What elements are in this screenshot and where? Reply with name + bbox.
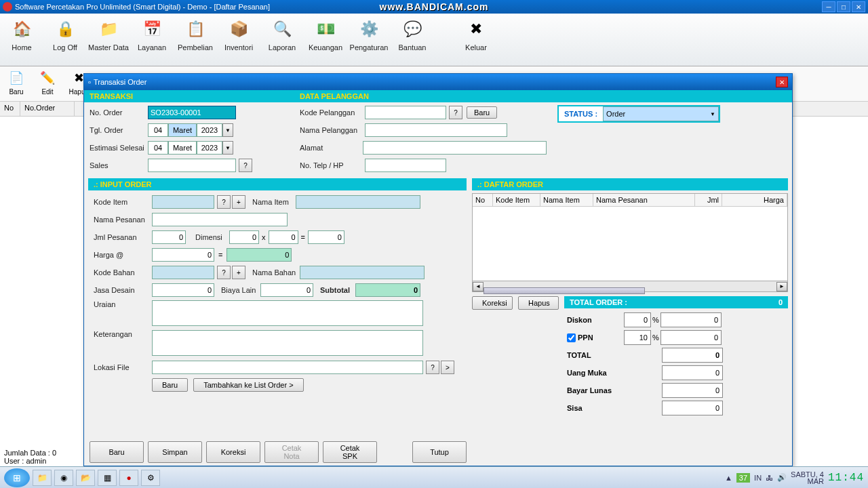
keluar-icon: ✖ [464, 18, 488, 41]
jml-field[interactable] [152, 230, 186, 244]
dimres-field[interactable] [308, 230, 344, 244]
tray-network-icon[interactable]: 🖧 [766, 474, 773, 482]
ppn-checkbox[interactable] [567, 333, 576, 342]
baru-pelanggan-button[interactable]: Baru [467, 106, 497, 119]
toolbar-laporan[interactable]: 🔍Laporan [260, 14, 304, 66]
status-select[interactable]: Order ▼ [603, 106, 719, 121]
keterangan-field[interactable] [152, 330, 423, 356]
label-keterangan: Keterangan [94, 330, 152, 338]
kode-item-add[interactable]: + [232, 195, 245, 209]
tutup-button[interactable]: Tutup [412, 441, 467, 463]
cetak-spk-button[interactable]: Cetak SPK [323, 441, 377, 463]
dim2-field[interactable] [269, 230, 298, 244]
kode-bahan-add[interactable]: + [232, 266, 245, 279]
diskon-pct[interactable] [624, 312, 651, 327]
sub-edit[interactable]: ✏️Edit [34, 69, 61, 98]
est-dropdown-icon[interactable]: ▼ [222, 141, 233, 155]
scroll-left-icon[interactable]: ◄ [473, 282, 484, 291]
task-gear-icon[interactable]: ⚙ [141, 470, 160, 486]
tgl-month[interactable] [168, 123, 197, 137]
kode-pelanggan-lookup[interactable]: ? [449, 106, 462, 119]
jasa-field[interactable] [152, 283, 214, 297]
diskon-amt[interactable] [660, 312, 722, 327]
kode-bahan-field[interactable] [152, 266, 214, 279]
tray-lang[interactable]: IN [754, 474, 762, 482]
label-jasa: Jasa Desain [94, 286, 152, 294]
col-noorder: No.Order [20, 102, 75, 116]
nama-pelanggan-field[interactable] [365, 123, 507, 137]
tgl-year[interactable] [197, 123, 222, 137]
uraian-field[interactable] [152, 300, 423, 326]
bantuan-icon: 💬 [400, 18, 425, 41]
toolbar-layanan[interactable]: 📅Layanan [130, 14, 174, 66]
est-day[interactable] [148, 141, 168, 155]
tgl-day[interactable] [148, 123, 168, 137]
col-og-nama: Nama Item [540, 194, 593, 206]
task-record-icon[interactable]: ● [119, 470, 138, 486]
lokasi-lookup[interactable]: ? [426, 361, 439, 374]
tambah-list-button[interactable]: Tambahkan ke List Order > [193, 378, 303, 392]
status-area: Jumlah Data : 0 User : admin [0, 447, 60, 466]
kode-item-lookup[interactable]: ? [217, 195, 231, 209]
toolbar-home[interactable]: 🏠Home [0, 14, 43, 66]
minimize-button[interactable]: ─ [822, 1, 835, 12]
sales-field[interactable] [148, 159, 236, 172]
ppn-amt[interactable] [660, 330, 722, 345]
kode-item-field[interactable] [152, 195, 214, 209]
nama-item-field[interactable] [296, 195, 420, 209]
toolbar-pengaturan[interactable]: ⚙️Pengaturan [347, 14, 391, 66]
dim1-field[interactable] [229, 230, 259, 244]
est-year[interactable] [197, 141, 222, 155]
bayar-lunas-field[interactable] [662, 383, 723, 398]
toolbar-log-off[interactable]: 🔒Log Off [43, 14, 87, 66]
task-app-icon[interactable]: ▦ [98, 470, 117, 486]
label-telp: No. Telp / HP [300, 161, 365, 169]
lokasi-open[interactable]: > [441, 361, 454, 374]
order-grid-scrollbar[interactable]: ◄ ► [472, 281, 788, 292]
tray-sound-icon[interactable]: 🔊 [777, 473, 787, 482]
tgl-dropdown-icon[interactable]: ▼ [222, 123, 233, 137]
kode-pelanggan-field[interactable] [365, 106, 446, 119]
harga-field[interactable] [152, 248, 214, 262]
label-uraian: Uraian [94, 300, 152, 308]
start-button[interactable]: ⊞ [4, 468, 30, 487]
baru-button[interactable]: Baru [90, 441, 144, 463]
lokasi-field[interactable] [152, 361, 423, 374]
task-explorer-icon[interactable]: 📁 [33, 470, 52, 486]
label-alamat: Alamat [300, 144, 363, 152]
hapus-item-button[interactable]: Hapus [518, 296, 559, 310]
sales-lookup-button[interactable]: ? [239, 159, 252, 172]
nama-bahan-field[interactable] [300, 266, 425, 279]
no-order-field[interactable] [148, 106, 236, 119]
maximize-button[interactable]: □ [837, 1, 850, 12]
alamat-field[interactable] [363, 141, 547, 155]
est-month[interactable] [168, 141, 197, 155]
koreksi-button[interactable]: Koreksi [206, 441, 260, 463]
baru-item-button[interactable]: Baru [152, 378, 188, 392]
modal-close-button[interactable]: ✕ [776, 77, 788, 87]
ppn-pct[interactable] [624, 330, 651, 345]
keuangan-icon: 💵 [313, 18, 338, 41]
tray-day: SABTU, 4 [791, 471, 824, 478]
biaya-field[interactable] [260, 283, 313, 297]
toolbar-bantuan[interactable]: 💬Bantuan [391, 14, 434, 66]
telp-field[interactable] [365, 159, 446, 172]
kode-bahan-lookup[interactable]: ? [217, 266, 231, 279]
simpan-button[interactable]: Simpan [148, 441, 202, 463]
toolbar-pembelian[interactable]: 📋Pembelian [174, 14, 217, 66]
nama-pesanan-field[interactable] [152, 213, 288, 226]
tray-flag-icon[interactable]: ▲ [725, 474, 732, 482]
close-button[interactable]: ✕ [852, 1, 865, 12]
task-folder-icon[interactable]: 📂 [76, 470, 95, 486]
koreksi-item-button[interactable]: Koreksi [472, 296, 513, 310]
task-chrome-icon[interactable]: ◉ [54, 470, 73, 486]
toolbar-keuangan[interactable]: 💵Keuangan [304, 14, 347, 66]
uang-muka-field[interactable] [662, 365, 723, 380]
laporan-icon: 🔍 [270, 18, 294, 41]
scroll-right-icon[interactable]: ► [776, 282, 787, 291]
modal-icon: ▫ [88, 78, 91, 86]
toolbar-master-data[interactable]: 📁Master Data [87, 14, 130, 66]
toolbar-keluar[interactable]: ✖Keluar [454, 14, 498, 66]
sub-baru[interactable]: 📄Baru [3, 69, 30, 98]
toolbar-inventori[interactable]: 📦Inventori [217, 14, 260, 66]
